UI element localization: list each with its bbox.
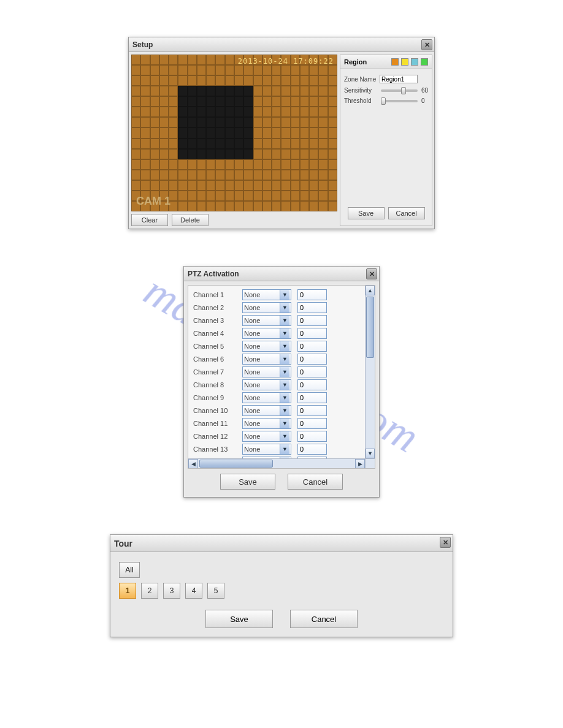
ptz-channel-row: Channel 13None▼: [191, 444, 362, 455]
zone-name-input[interactable]: [380, 75, 418, 83]
channel-value-input[interactable]: [297, 354, 327, 365]
ptz-cancel-button[interactable]: Cancel: [288, 474, 343, 490]
tour-number-button[interactable]: 4: [185, 583, 202, 599]
channel-value-input[interactable]: [297, 392, 327, 403]
region-color-swatch[interactable]: [401, 58, 408, 66]
camera-timestamp: 2013-10-24 17:09:22: [238, 57, 334, 66]
channel-label: Channel 7: [193, 368, 236, 376]
camera-label: CAM 1: [136, 195, 170, 208]
channel-label: Channel 6: [193, 355, 236, 363]
tour-number-button[interactable]: 5: [207, 583, 224, 599]
scrollbar-thumb[interactable]: [366, 297, 374, 358]
channel-preset-select[interactable]: None▼: [242, 289, 291, 300]
sensitivity-slider[interactable]: [381, 89, 418, 92]
sensitivity-value: 60: [421, 87, 428, 94]
vertical-scrollbar[interactable]: ▲ ▼: [365, 286, 375, 458]
select-value: None: [244, 433, 260, 440]
channel-value-input[interactable]: [297, 315, 327, 326]
ptz-title: PTZ Activation: [188, 270, 239, 278]
channel-preset-select[interactable]: None▼: [242, 444, 291, 455]
ptz-titlebar: PTZ Activation ✕: [184, 267, 379, 281]
channel-value-input[interactable]: [297, 431, 327, 442]
chevron-down-icon: ▼: [280, 328, 289, 338]
tour-cancel-button[interactable]: Cancel: [290, 610, 358, 628]
ptz-channel-row: Channel 9None▼: [191, 392, 362, 403]
chevron-down-icon: ▼: [280, 341, 289, 351]
channel-preset-select[interactable]: None▼: [242, 302, 291, 313]
region-save-button[interactable]: Save: [348, 207, 385, 219]
select-value: None: [244, 446, 260, 453]
tour-save-button[interactable]: Save: [205, 610, 273, 628]
slider-thumb[interactable]: [381, 97, 386, 105]
horizontal-scrollbar[interactable]: ◀ ▶: [188, 458, 365, 468]
channel-value-input[interactable]: [297, 405, 327, 416]
ptz-channel-row: Channel 3None▼: [191, 315, 362, 326]
channel-preset-select[interactable]: None▼: [242, 315, 291, 326]
threshold-label: Threshold: [344, 97, 377, 104]
threshold-slider[interactable]: [381, 100, 418, 102]
ptz-save-button[interactable]: Save: [220, 474, 275, 490]
slider-thumb[interactable]: [401, 87, 406, 94]
channel-preset-select[interactable]: None▼: [242, 328, 291, 339]
channel-preset-select[interactable]: None▼: [242, 405, 291, 416]
select-value: None: [244, 407, 260, 414]
tour-number-row: 12345: [119, 583, 444, 599]
channel-preset-select[interactable]: None▼: [242, 341, 291, 352]
channel-value-input[interactable]: [297, 379, 327, 390]
zone-name-label: Zone Name: [344, 76, 377, 83]
chevron-down-icon: ▼: [280, 367, 289, 377]
channel-value-input[interactable]: [297, 444, 327, 455]
channel-label: Channel 8: [193, 381, 236, 389]
chevron-down-icon: ▼: [280, 444, 289, 454]
tour-dialog: Tour ✕ All 12345 Save Cancel: [110, 534, 453, 637]
clear-button[interactable]: Clear: [131, 214, 168, 226]
delete-button[interactable]: Delete: [172, 214, 209, 226]
close-icon[interactable]: ✕: [440, 537, 451, 548]
ptz-channel-row: Channel 1None▼: [191, 289, 362, 300]
region-color-swatch[interactable]: [391, 58, 399, 66]
setup-dialog: Setup ✕ 2013-10-24 17:09:22CAM 1 Clear D…: [128, 37, 435, 229]
select-value: None: [244, 343, 260, 350]
channel-preset-select[interactable]: None▼: [242, 392, 291, 403]
channel-preset-select[interactable]: None▼: [242, 354, 291, 365]
select-value: None: [244, 368, 260, 376]
tour-all-button[interactable]: All: [119, 562, 140, 578]
threshold-value: 0: [421, 97, 425, 104]
channel-value-input[interactable]: [297, 289, 327, 300]
chevron-down-icon: ▼: [280, 303, 289, 313]
chevron-down-icon: ▼: [280, 316, 289, 325]
channel-value-input[interactable]: [297, 341, 327, 352]
channel-value-input[interactable]: [297, 366, 327, 377]
channel-preset-select[interactable]: None▼: [242, 379, 291, 390]
channel-label: Channel 10: [193, 407, 236, 414]
region-swatches: [391, 58, 428, 66]
channel-preset-select[interactable]: None▼: [242, 418, 291, 429]
channel-preset-select[interactable]: None▼: [242, 431, 291, 442]
ptz-channel-row: Channel 7None▼: [191, 366, 362, 377]
ptz-activation-dialog: PTZ Activation ✕ Channel 1None▼Channel 2…: [183, 266, 380, 498]
camera-region-grid[interactable]: 2013-10-24 17:09:22CAM 1: [131, 55, 337, 211]
channel-value-input[interactable]: [297, 328, 327, 339]
region-color-swatch[interactable]: [421, 58, 428, 66]
channel-preset-select[interactable]: None▼: [242, 366, 291, 377]
scroll-left-icon[interactable]: ◀: [188, 459, 198, 469]
chevron-down-icon: ▼: [280, 393, 289, 403]
sensitivity-label: Sensitivity: [344, 87, 377, 94]
scroll-right-icon[interactable]: ▶: [355, 459, 365, 469]
tour-number-button[interactable]: 1: [119, 583, 136, 599]
scroll-up-icon[interactable]: ▲: [366, 286, 375, 295]
channel-value-input[interactable]: [297, 302, 327, 313]
tour-number-button[interactable]: 3: [163, 583, 180, 599]
close-icon[interactable]: ✕: [366, 268, 377, 279]
ptz-channel-row: Channel 6None▼: [191, 354, 362, 365]
channel-label: Channel 1: [193, 291, 236, 298]
region-cancel-button[interactable]: Cancel: [388, 207, 425, 219]
setup-titlebar: Setup ✕: [129, 37, 434, 52]
region-color-swatch[interactable]: [411, 58, 418, 66]
tour-number-button[interactable]: 2: [141, 583, 158, 599]
channel-value-input[interactable]: [297, 418, 327, 429]
tour-title: Tour: [114, 539, 132, 548]
close-icon[interactable]: ✕: [421, 39, 432, 50]
scrollbar-thumb[interactable]: [199, 460, 273, 468]
scroll-down-icon[interactable]: ▼: [366, 449, 375, 458]
